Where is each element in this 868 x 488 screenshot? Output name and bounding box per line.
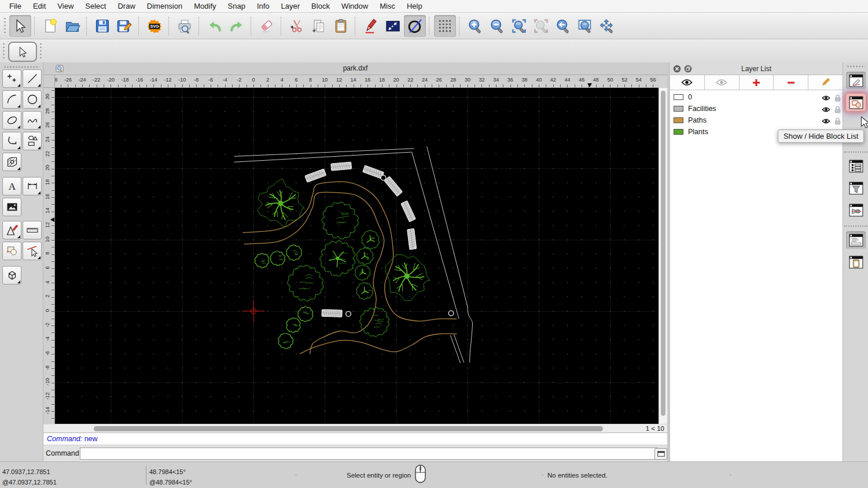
pen-button[interactable] — [360, 15, 382, 37]
layer-list-toggle-button[interactable] — [846, 72, 866, 89]
tool-order-button[interactable] — [2, 242, 21, 260]
palette-drag-handle[interactable] — [3, 65, 39, 68]
select-arrow-button[interactable] — [9, 15, 31, 37]
bin[interactable] — [346, 312, 351, 317]
tool-polyline-button[interactable] — [2, 132, 21, 150]
toolbar-separator — [459, 17, 461, 35]
menu-snap[interactable]: Snap — [222, 0, 251, 12]
toolbar2-drag-handle[interactable] — [2, 42, 6, 60]
cut-button[interactable] — [286, 15, 308, 37]
drawing-canvas[interactable] — [55, 88, 659, 424]
new-file-button[interactable] — [39, 15, 61, 37]
mdi-tab-bar[interactable]: park.dxf — [43, 62, 667, 75]
zoom-selected-button[interactable] — [530, 15, 552, 37]
menu-select[interactable]: Select — [79, 0, 112, 12]
menu-dimension[interactable]: Dimension — [141, 0, 188, 12]
layer-visibility-icon[interactable] — [822, 105, 830, 115]
copy-button[interactable] — [308, 15, 330, 37]
menu-info[interactable]: Info — [251, 0, 275, 12]
line-icon — [26, 72, 39, 85]
tool-measure-button[interactable] — [23, 221, 42, 239]
tool-ellipse-button[interactable] — [2, 111, 21, 130]
open-file-button[interactable] — [61, 15, 83, 37]
zoom-previous-button[interactable] — [552, 15, 574, 37]
tool-hatch-button[interactable] — [2, 153, 21, 171]
layer-visibility-icon[interactable] — [822, 116, 830, 127]
spotlight-widget-toggle-button[interactable] — [846, 201, 866, 219]
remove-layer-button[interactable] — [774, 75, 808, 90]
edit-layer-button[interactable] — [808, 75, 843, 90]
tool-line-button[interactable] — [23, 69, 42, 88]
tool-box3d-button[interactable] — [2, 266, 21, 284]
strip-drag-handle[interactable] — [847, 65, 865, 68]
vscroll-thumb[interactable] — [661, 91, 665, 416]
menu-edit[interactable]: Edit — [27, 0, 52, 12]
hscroll-thumb[interactable] — [94, 426, 603, 431]
tool-spline-button[interactable] — [23, 111, 42, 130]
tool-deselect-button[interactable] — [23, 242, 42, 260]
erase-button[interactable] — [256, 15, 278, 37]
menu-view[interactable]: View — [52, 0, 79, 12]
print-preview-button[interactable] — [174, 15, 196, 37]
tool-points-button[interactable] — [2, 69, 21, 88]
bench[interactable] — [322, 309, 342, 317]
hide-all-layers-button[interactable] — [705, 75, 740, 90]
save-as-button[interactable] — [113, 15, 135, 37]
zoom-window-button[interactable] — [574, 15, 596, 37]
status-bar: 47.0937,12.7851 @47.0937,12.7851 48.7984… — [0, 461, 868, 488]
show-all-layers-button[interactable] — [670, 75, 705, 90]
menu-help[interactable]: Help — [401, 0, 428, 12]
command-input[interactable] — [80, 448, 658, 460]
distance-arrow-button[interactable] — [382, 15, 404, 37]
detach-command-button[interactable] — [654, 448, 667, 460]
layer-row-facilities[interactable]: Facilities — [670, 103, 843, 114]
paste-button[interactable] — [330, 15, 352, 37]
add-layer-button[interactable] — [740, 75, 774, 90]
clipboard-widget-toggle-button[interactable] — [846, 253, 866, 271]
toolbar-drag-handle[interactable] — [3, 17, 7, 35]
tool-image-button[interactable] — [2, 198, 21, 216]
layer-row-0[interactable]: 0 — [670, 91, 843, 103]
vruler-label: 14 — [45, 205, 50, 216]
hruler-label: 50 — [607, 77, 613, 83]
bench[interactable] — [331, 162, 352, 171]
hruler-label: -26 — [64, 77, 72, 83]
command-widget-toggle-button[interactable] — [846, 231, 866, 249]
tool-text-button[interactable]: A — [2, 177, 21, 195]
zoom-auto-button[interactable] — [508, 15, 530, 37]
vertical-scrollbar[interactable] — [659, 88, 667, 424]
block-list-toggle-button[interactable] — [846, 94, 866, 111]
layer-visibility-icon[interactable] — [822, 93, 830, 103]
bin[interactable] — [381, 175, 386, 180]
cursor-icon — [12, 18, 28, 34]
grid-toggle-button[interactable] — [434, 15, 456, 37]
hruler-label: 38 — [522, 77, 528, 83]
list-widget-toggle-button[interactable] — [846, 157, 866, 175]
menu-layer[interactable]: Layer — [275, 0, 306, 12]
undo-button[interactable] — [204, 15, 226, 37]
tool-polygon-button[interactable] — [23, 132, 42, 150]
zoom-in-button[interactable] — [464, 15, 486, 37]
tool-modify-button[interactable] — [2, 221, 21, 239]
redo-button[interactable] — [226, 15, 248, 37]
bin[interactable] — [448, 310, 454, 316]
menu-modify[interactable]: Modify — [188, 0, 222, 12]
filter-widget-toggle-button[interactable] — [846, 179, 866, 197]
toolbar2-drag-handle2[interactable] — [39, 42, 43, 60]
select-tool-button[interactable] — [8, 42, 37, 62]
menu-window[interactable]: Window — [336, 0, 374, 12]
tool-arc-button[interactable] — [2, 90, 21, 109]
menu-file[interactable]: File — [3, 0, 27, 12]
menu-draw[interactable]: Draw — [112, 0, 141, 12]
tool-dimension-button[interactable] — [23, 177, 42, 195]
horizontal-scrollbar[interactable]: 1 < 10 — [43, 424, 667, 432]
zoom-pan-button[interactable] — [596, 15, 618, 37]
layer-row-paths[interactable]: Paths — [670, 114, 843, 126]
draft-mode-button[interactable] — [404, 15, 426, 37]
export-svg-button[interactable]: SVG — [144, 15, 165, 37]
menu-misc[interactable]: Misc — [374, 0, 401, 12]
save-button[interactable] — [91, 15, 113, 37]
zoom-out-button[interactable] — [486, 15, 508, 37]
menu-block[interactable]: Block — [306, 0, 336, 12]
tool-circle-button[interactable] — [23, 90, 42, 109]
